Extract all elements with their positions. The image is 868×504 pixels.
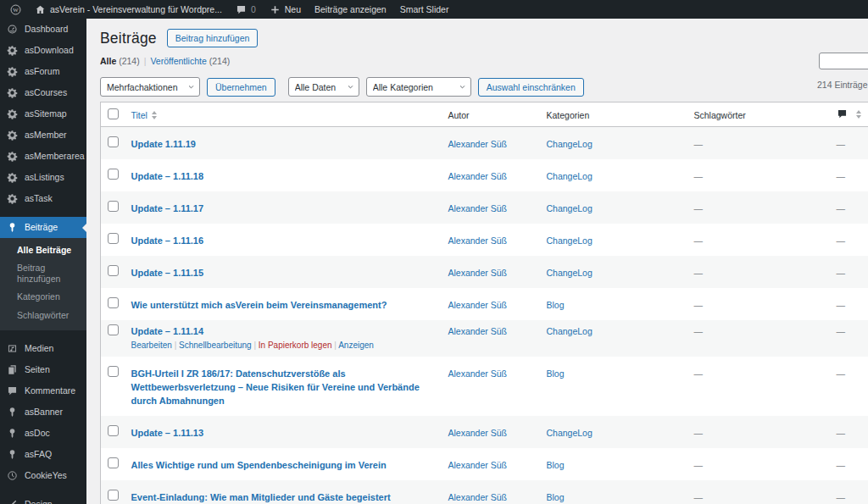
submenu-item-alle-beitr-ge[interactable]: Alle Beiträge — [0, 241, 86, 259]
author-link[interactable]: Alexander Süß — [448, 171, 507, 181]
author-link[interactable]: Alexander Süß — [448, 428, 507, 438]
post-title-link[interactable]: Alles Wichtige rund um Spendenbescheinig… — [131, 458, 435, 472]
table-row: Update – 1.11.13 Alexander Süß ChangeLog… — [101, 416, 868, 448]
admin-bar-comments[interactable]: 0 — [229, 0, 263, 19]
post-title-link[interactable]: Update – 1.11.14 — [131, 324, 435, 338]
post-title-link[interactable]: Update 1.11.19 — [131, 137, 435, 151]
sidebar-item-medien[interactable]: Medien — [0, 338, 86, 359]
post-title-link[interactable]: Update – 1.11.13 — [131, 426, 435, 440]
sidebar-item-asforum[interactable]: asForum — [0, 61, 86, 82]
category-link[interactable]: ChangeLog — [547, 139, 593, 149]
sidebar-item-beitr-ge[interactable]: Beiträge — [0, 217, 86, 238]
sidebar-item-kommentare[interactable]: Kommentare — [0, 380, 86, 402]
author-link[interactable]: Alexander Süß — [448, 492, 507, 502]
select-all-checkbox[interactable] — [108, 108, 119, 119]
row-action-anzeigen[interactable]: Anzeigen — [338, 341, 374, 350]
view-link-ver-ffentlichte[interactable]: Veröffentlichte (214) — [150, 56, 230, 66]
admin-bar-smart-slider[interactable]: Smart Slider — [393, 0, 456, 19]
sidebar-item-dashboard[interactable]: Dashboard — [0, 19, 86, 40]
sidebar-item-label: asListings — [25, 172, 64, 183]
sort-by-comments-link[interactable] — [837, 108, 861, 119]
admin-bar-new[interactable]: Neu — [263, 0, 308, 19]
sidebar-item-cookieyes[interactable]: CookieYes — [0, 465, 86, 486]
sidebar-item-label: asMemberarea — [25, 151, 85, 162]
author-link[interactable]: Alexander Süß — [448, 368, 507, 379]
sidebar-item-aslistings[interactable]: asListings — [0, 167, 86, 188]
row-checkbox[interactable] — [108, 366, 119, 377]
row-action-in-papierkorb-legen[interactable]: In Papierkorb legen — [259, 341, 332, 350]
author-link[interactable]: Alexander Süß — [448, 326, 507, 336]
post-title-link[interactable]: Wie unterstützt mich asVerein beim Verei… — [131, 298, 435, 312]
category-link[interactable]: Blog — [547, 368, 565, 379]
author-link[interactable]: Alexander Süß — [448, 300, 507, 310]
categories-select[interactable]: Alle Kategorien — [366, 77, 471, 97]
post-title-link[interactable]: Update – 1.11.18 — [131, 169, 435, 183]
row-action-bearbeiten[interactable]: Bearbeiten — [131, 341, 172, 350]
row-checkbox[interactable] — [108, 297, 119, 308]
category-link[interactable]: ChangeLog — [547, 203, 593, 213]
post-title-link[interactable]: Update – 1.11.17 — [131, 202, 435, 215]
gear-icon — [7, 151, 18, 162]
row-action-schnellbearbeitung[interactable]: Schnellbearbeitung — [179, 341, 252, 350]
table-row: Update 1.11.19 Alexander Süß ChangeLog —… — [101, 127, 868, 160]
category-link[interactable]: ChangeLog — [547, 268, 593, 278]
sidebar-item-asbanner[interactable]: asBanner — [0, 402, 86, 423]
author-link[interactable]: Alexander Süß — [448, 203, 507, 213]
sidebar-item-asfaq[interactable]: asFAQ — [0, 444, 86, 465]
post-title-link[interactable]: BGH-Urteil I ZR 186/17: Datenschutzverst… — [131, 367, 435, 407]
row-checkbox[interactable] — [108, 490, 119, 501]
category-link[interactable]: Blog — [547, 460, 565, 470]
tags-header: Schlagwörter — [687, 102, 830, 127]
post-title-link[interactable]: Event-Einladung: Wie man Mitglieder und … — [131, 490, 435, 504]
site-name-link[interactable]: asVerein - Vereinsverwaltung für Wordpre… — [28, 0, 229, 19]
author-link[interactable]: Alexander Süß — [448, 235, 507, 246]
view-link-alle[interactable]: Alle (214) — [100, 56, 140, 66]
row-checkbox[interactable] — [108, 201, 119, 212]
submenu-item-beitrag-hinzuf-gen[interactable]: Beitrag hinzufügen — [0, 259, 86, 288]
category-link[interactable]: ChangeLog — [547, 326, 593, 336]
row-checkbox[interactable] — [108, 136, 119, 147]
submenu-item-schlagw-rter[interactable]: Schlagwörter — [0, 307, 86, 324]
post-title-link[interactable]: Update – 1.11.15 — [131, 266, 435, 280]
category-link[interactable]: Blog — [547, 492, 565, 502]
submenu-item-kategorien[interactable]: Kategorien — [0, 288, 86, 306]
dates-select[interactable]: Alle Daten — [288, 77, 359, 97]
sidebar-item-asdownload[interactable]: asDownload — [0, 40, 86, 61]
post-title-link[interactable]: Update – 1.11.16 — [131, 234, 435, 247]
sidebar-item-asmember[interactable]: asMember — [0, 125, 86, 146]
sidebar-item-assitemap[interactable]: asSitemap — [0, 103, 86, 125]
sidebar-item-design[interactable]: Design — [0, 494, 86, 504]
author-link[interactable]: Alexander Süß — [448, 268, 507, 278]
author-link[interactable]: Alexander Süß — [448, 460, 507, 470]
bulk-actions-select[interactable]: Mehrfachaktionen — [100, 77, 200, 97]
sidebar-menu: DashboardasDownloadasForumasCoursesasSit… — [0, 19, 86, 504]
add-post-button[interactable]: Beitrag hinzufügen — [167, 29, 259, 47]
wordpress-menu-button[interactable]: W — [3, 0, 28, 19]
row-actions: Bearbeiten | Schnellbearbeitung | In Pap… — [131, 339, 435, 352]
filter-button[interactable]: Auswahl einschränken — [478, 78, 584, 97]
category-link[interactable]: ChangeLog — [547, 171, 593, 181]
sidebar-item-ascourses[interactable]: asCourses — [0, 82, 86, 103]
sidebar-item-asdoc[interactable]: asDoc — [0, 423, 86, 444]
row-checkbox[interactable] — [108, 233, 119, 244]
title-header: Titel — [131, 110, 147, 120]
comments-value: — — [830, 191, 868, 224]
sidebar-item-asmemberarea[interactable]: asMemberarea — [0, 146, 86, 167]
author-header: Autor — [442, 102, 540, 127]
author-link[interactable]: Alexander Süß — [448, 139, 507, 149]
row-checkbox[interactable] — [108, 324, 119, 335]
category-link[interactable]: ChangeLog — [547, 235, 593, 246]
gear-icon — [7, 130, 18, 141]
apply-button[interactable]: Übernehmen — [207, 78, 275, 97]
sort-by-title-link[interactable]: Titel — [131, 110, 157, 120]
row-checkbox[interactable] — [108, 265, 119, 276]
row-checkbox[interactable] — [108, 425, 119, 436]
categories-header: Kategorien — [540, 102, 687, 127]
row-checkbox[interactable] — [108, 457, 119, 468]
category-link[interactable]: ChangeLog — [547, 428, 593, 438]
sidebar-item-seiten[interactable]: Seiten — [0, 359, 86, 380]
row-checkbox[interactable] — [108, 169, 119, 180]
admin-bar-view-posts[interactable]: Beiträge anzeigen — [308, 0, 393, 19]
category-link[interactable]: Blog — [547, 300, 565, 310]
sidebar-item-astask[interactable]: asTask — [0, 188, 86, 209]
